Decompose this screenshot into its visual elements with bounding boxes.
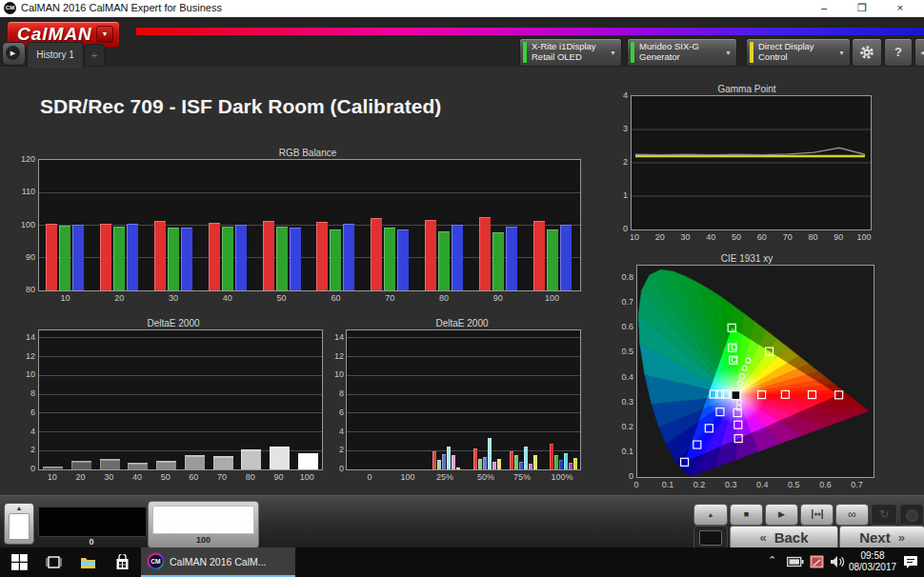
y-tick: 0 xyxy=(21,464,35,473)
settings-button[interactable] xyxy=(852,38,882,67)
gridline xyxy=(39,375,322,376)
display-control-dropdown[interactable]: Direct Display Control ▼ xyxy=(746,38,851,67)
next-label: Next xyxy=(859,529,891,546)
battery-icon[interactable] xyxy=(787,556,804,567)
speaker-icon[interactable] xyxy=(830,555,846,568)
bar-100% xyxy=(569,463,572,469)
bar-red xyxy=(533,221,545,290)
bar-gray xyxy=(241,449,261,469)
x-tick: 20 xyxy=(70,472,92,482)
bar-blue xyxy=(72,225,84,290)
close-button[interactable]: × xyxy=(886,0,914,16)
display-preview-button[interactable] xyxy=(693,526,728,549)
action-center-icon[interactable] xyxy=(903,555,918,569)
x-tick: 100% xyxy=(548,472,576,482)
brand-gradient-stripe xyxy=(136,28,924,35)
source-dropdown[interactable]: Murideo SIX-G Generator ▼ xyxy=(627,38,737,67)
x-tick: 20 xyxy=(649,232,672,242)
window-titlebar: CM CalMAN 2016 CalMAN Expert for Busines… xyxy=(0,0,924,17)
svg-text:CM: CM xyxy=(151,558,161,565)
x-tick: 80 xyxy=(239,472,262,482)
workflow-panel-toggle[interactable]: ▶ xyxy=(2,42,26,66)
back-button[interactable]: « Back xyxy=(730,526,838,549)
next-button[interactable]: Next » xyxy=(839,526,924,549)
x-tick: 60 xyxy=(182,472,205,482)
bar-blue xyxy=(452,225,463,290)
tab-history-1[interactable]: History 1 xyxy=(27,42,84,68)
tray-chevron-up-icon[interactable]: ⌃ xyxy=(768,554,776,567)
refresh-button[interactable]: ↻ xyxy=(871,504,897,526)
y-tick: 1 xyxy=(619,190,628,200)
calman-taskbar-icon: CM xyxy=(147,552,165,570)
pattern-popout-button[interactable]: ▲ xyxy=(4,503,34,545)
x-tick: 40 xyxy=(216,293,239,303)
rgb-balance-plot xyxy=(38,159,581,291)
y-tick: 120 xyxy=(21,154,35,164)
bar-green xyxy=(438,231,450,290)
gamma-plot xyxy=(631,95,872,230)
meter-popout-button[interactable]: ▲ xyxy=(693,504,728,526)
store-button[interactable] xyxy=(114,554,131,570)
eject-icon: ▲ xyxy=(5,505,33,511)
x-tick: 100 xyxy=(295,472,318,482)
start-button[interactable] xyxy=(11,554,28,570)
y-tick: 0.6 xyxy=(617,322,633,331)
x-tick: 0.5 xyxy=(782,480,805,489)
y-tick: 10 xyxy=(21,369,35,379)
add-tab-button[interactable]: + xyxy=(84,44,105,67)
bar-50% xyxy=(488,438,492,469)
single-measure-button[interactable] xyxy=(800,504,834,526)
y-tick: 0.1 xyxy=(617,447,633,456)
bar-blue xyxy=(560,225,572,290)
y-tick: 6 xyxy=(21,408,35,417)
stop-button[interactable]: ■ xyxy=(730,504,763,526)
x-tick: 100 xyxy=(541,293,564,303)
chart-title: DeltaE 2000 xyxy=(21,318,326,328)
circle-icon xyxy=(906,509,918,522)
page-title: SDR/Rec 709 - ISF Dark Room (Calibrated) xyxy=(40,95,441,118)
bar-blue xyxy=(343,224,354,290)
y-tick: 3 xyxy=(619,124,628,133)
cie-1931-chart: CIE 1931 xy 00.10.20.30.40.50.60.70.8 00… xyxy=(617,253,876,495)
x-tick: 70 xyxy=(378,293,401,303)
bar-red xyxy=(263,221,274,290)
calman-tray-icon[interactable] xyxy=(810,555,824,568)
bar-50% xyxy=(483,457,487,469)
bar-25% xyxy=(456,468,460,469)
x-tick: 80 xyxy=(801,232,824,242)
file-explorer-button[interactable] xyxy=(80,554,96,570)
taskbar-clock[interactable]: 09:58 08/03/2017 xyxy=(846,550,899,573)
x-tick: 75% xyxy=(508,472,536,482)
gridline xyxy=(347,375,580,376)
x-tick: 25% xyxy=(431,472,459,482)
bar-blue xyxy=(506,227,517,290)
restore-button[interactable]: ❐ xyxy=(848,0,876,16)
calman-window: CM CalMAN 2016 CalMAN Expert for Busines… xyxy=(0,0,924,577)
black-level-patch[interactable] xyxy=(38,507,147,537)
y-tick: 2 xyxy=(619,157,628,167)
taskbar-item-calman[interactable]: CM CalMAN 2016 CalM... xyxy=(141,547,295,577)
x-tick: 0.3 xyxy=(719,480,742,489)
white-level-panel[interactable]: 100 xyxy=(148,501,259,548)
play-button[interactable]: ▶ xyxy=(765,504,798,526)
display-dropdown-label: Direct Display Control xyxy=(758,42,834,63)
meter-dropdown[interactable]: X-Rite i1Display Retail OLED ▼ xyxy=(519,38,622,67)
x-tick: 30 xyxy=(162,293,185,303)
x-tick: 40 xyxy=(126,472,149,482)
bar-green xyxy=(59,226,70,290)
x-tick: 10 xyxy=(53,293,76,303)
continuous-measure-button[interactable]: ∞ xyxy=(835,504,869,526)
x-tick: 0.4 xyxy=(751,480,773,489)
deltae-grayscale-chart: DeltaE 2000 02468101214 1020304050607080… xyxy=(21,318,326,487)
bar-gray xyxy=(298,453,318,469)
white-level-patch xyxy=(152,506,254,534)
gridline xyxy=(39,225,580,226)
gamma-point-chart: Gamma Point 01234 102030405060708090100 xyxy=(619,84,874,248)
collapse-panel-button[interactable]: ◀ xyxy=(914,38,924,67)
bar-25% xyxy=(447,447,451,469)
chart-title: RGB Balance xyxy=(21,148,594,158)
help-button[interactable]: ? xyxy=(884,38,913,67)
task-view-button[interactable] xyxy=(46,554,62,570)
minimize-button[interactable]: – xyxy=(810,0,838,16)
record-button[interactable] xyxy=(899,504,924,526)
